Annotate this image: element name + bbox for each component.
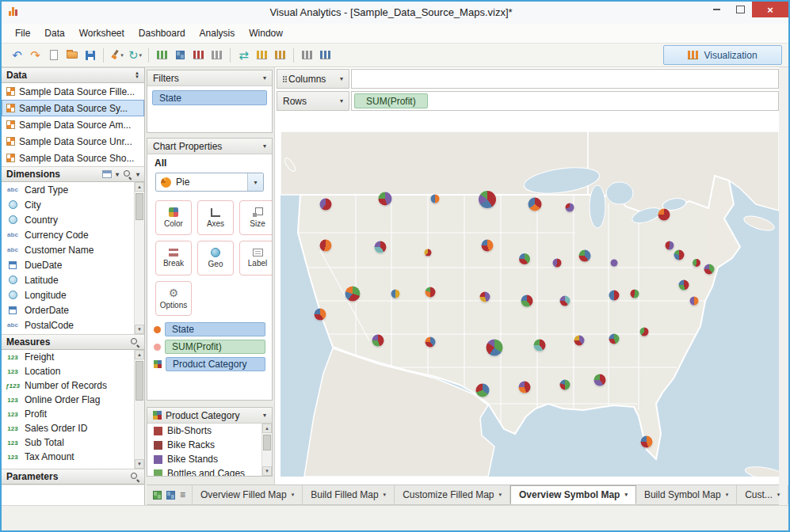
menu-data[interactable]: Data: [37, 25, 71, 42]
field-item[interactable]: Latitude: [2, 272, 134, 287]
rows-shelf-pill[interactable]: SUM(Profit): [354, 93, 428, 108]
field-item[interactable]: 123Sales Order ID: [2, 421, 134, 435]
scrollbar-thumb[interactable]: [135, 193, 143, 220]
pie-mark[interactable]: [553, 258, 562, 267]
data-source-item[interactable]: Sample Data Source Fille...: [2, 83, 144, 100]
pie-mark[interactable]: [609, 291, 620, 301]
pie-mark[interactable]: [534, 340, 546, 352]
pie-mark[interactable]: [475, 384, 489, 397]
legend-header[interactable]: Product Category ▾: [147, 408, 272, 424]
filter-pill[interactable]: State: [152, 90, 267, 105]
size-button[interactable]: Size: [239, 200, 273, 235]
pie-mark[interactable]: [482, 239, 494, 251]
pie-mark[interactable]: [578, 249, 590, 261]
fit-axes-button[interactable]: [298, 46, 316, 64]
break-button[interactable]: Break: [155, 241, 192, 276]
data-source-item[interactable]: Sample Data Source Am...: [2, 116, 144, 133]
pie-mark[interactable]: [487, 339, 503, 355]
rows-field[interactable]: SUM(Profit): [351, 91, 779, 111]
scroll-down-icon[interactable]: ▼: [135, 325, 144, 334]
sheet-tab[interactable]: Build Symbol Map ▾: [636, 485, 737, 504]
pie-mark[interactable]: [345, 286, 361, 301]
swap-axes-button[interactable]: ⇄: [235, 46, 253, 64]
new-worksheet-icon[interactable]: [153, 491, 162, 500]
pie-mark[interactable]: [690, 296, 699, 305]
scrollbar-track[interactable]: [262, 433, 272, 466]
pie-mark[interactable]: [315, 309, 326, 321]
assignment-pill[interactable]: State: [165, 322, 265, 336]
pie-mark[interactable]: [609, 333, 620, 344]
new-workbook-button[interactable]: [44, 46, 63, 64]
pie-mark[interactable]: [528, 197, 541, 211]
legend-item[interactable]: Bottles and Cages: [147, 466, 261, 476]
field-item[interactable]: 123Location: [2, 364, 134, 378]
pie-mark[interactable]: [693, 259, 700, 267]
panel-splitter-icon[interactable]: ▲▼: [135, 71, 139, 79]
color-button[interactable]: Color: [155, 200, 192, 235]
pie-mark[interactable]: [425, 336, 435, 347]
rows-shelf-label[interactable]: Rows ▾: [277, 91, 349, 111]
scroll-up-icon[interactable]: ▲: [135, 182, 144, 192]
duplicate-sheet-button[interactable]: [189, 46, 208, 64]
search-icon[interactable]: [123, 169, 132, 179]
new-worksheet-button[interactable]: [153, 46, 171, 64]
new-dashboard-button[interactable]: [171, 46, 189, 64]
pie-mark[interactable]: [559, 380, 570, 390]
scroll-down-icon[interactable]: ▼: [135, 459, 144, 469]
highlight-button[interactable]: [316, 46, 334, 64]
pie-mark[interactable]: [559, 295, 570, 306]
pie-mark[interactable]: [519, 381, 531, 393]
pie-mark[interactable]: [679, 280, 689, 291]
pie-mark[interactable]: [704, 264, 714, 275]
data-source-item[interactable]: Sample Data Source Sho...: [2, 150, 144, 166]
label-button[interactable]: Label: [239, 241, 273, 276]
pie-mark[interactable]: [374, 241, 386, 253]
field-item[interactable]: 123Tax Amount: [2, 450, 134, 464]
pie-mark[interactable]: [640, 327, 649, 336]
minimize-button[interactable]: [704, 2, 728, 17]
close-button[interactable]: ×: [752, 2, 788, 17]
sheet-tab[interactable]: Customize Filled Map ▾: [395, 485, 510, 504]
visualization-toggle-button[interactable]: Visualization: [663, 45, 782, 65]
new-dashboard-icon[interactable]: [166, 491, 175, 500]
sort-descending-button[interactable]: [271, 46, 289, 64]
menu-window[interactable]: Window: [242, 25, 290, 42]
chart-type-select[interactable]: Pie ▾: [155, 173, 264, 192]
legend-scrollbar[interactable]: ▲ ▼: [261, 424, 272, 476]
data-source-item[interactable]: Sample Data Source Sy...: [2, 100, 144, 116]
pie-mark[interactable]: [565, 203, 574, 211]
field-item[interactable]: Country: [2, 212, 134, 227]
pie-mark[interactable]: [479, 191, 496, 208]
filters-header[interactable]: Filters ▾: [147, 70, 272, 86]
field-item[interactable]: abcCard Type: [2, 182, 134, 197]
save-button[interactable]: [81, 46, 99, 64]
geo-button[interactable]: Geo: [197, 241, 234, 276]
field-item[interactable]: OrderDate: [2, 302, 134, 317]
field-item[interactable]: 123Profit: [2, 407, 134, 421]
pie-mark[interactable]: [391, 289, 399, 298]
pie-mark[interactable]: [319, 239, 331, 251]
pie-mark[interactable]: [521, 294, 533, 306]
field-item[interactable]: City: [2, 197, 134, 212]
menu-file[interactable]: File: [8, 25, 37, 42]
pie-mark[interactable]: [630, 289, 639, 298]
combo-dropdown-button[interactable]: ▾: [247, 173, 263, 191]
pie-mark[interactable]: [519, 253, 530, 264]
pie-mark[interactable]: [372, 334, 384, 346]
axes-button[interactable]: Axes: [197, 200, 234, 235]
undo-button[interactable]: ↶: [8, 46, 26, 64]
chevron-down-icon[interactable]: ▾: [116, 171, 119, 178]
legend-item[interactable]: Bike Stands: [147, 452, 261, 466]
pie-mark[interactable]: [479, 292, 490, 302]
legend-item[interactable]: Bib-Shorts: [147, 424, 261, 438]
field-item[interactable]: Longitude: [2, 287, 134, 302]
scrollbar-track[interactable]: [135, 192, 144, 325]
menu-dashboard[interactable]: Dashboard: [132, 25, 193, 42]
columns-field[interactable]: [351, 69, 779, 89]
measures-scrollbar[interactable]: ▲ ▼: [134, 350, 144, 469]
dimensions-scrollbar[interactable]: ▲ ▼: [134, 182, 144, 334]
sheet-list-icon[interactable]: ≡: [180, 489, 185, 500]
pie-mark[interactable]: [425, 287, 435, 297]
columns-shelf-label[interactable]: Columns ▾: [277, 69, 349, 89]
search-icon[interactable]: [130, 337, 139, 347]
